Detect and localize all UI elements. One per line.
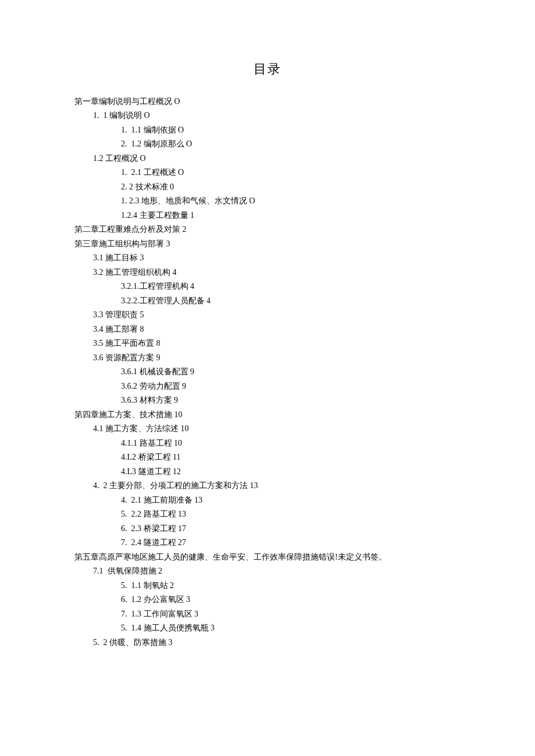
toc-entry: 3.5 施工平面布置 8 [74,336,461,351]
toc-entry: 1. 1 编制说明 O [74,109,461,123]
toc-entry: 5. 2.2 路基工程 13 [74,507,461,522]
toc-entry: 4.L2 桥梁工程 11 [74,450,461,465]
toc-entry: 1. 2.1 工程概述 O [74,166,461,180]
toc-title: 目录 [74,58,461,81]
toc-entry: 1. 1.1 编制依据 O [74,123,461,138]
toc-entry: 2. 2 技术标准 0 [74,180,461,195]
toc-entry: 4. 2.1 施工前期准备 13 [74,493,461,508]
toc-entry: 3.6.1 机械设备配置 9 [74,365,461,379]
toc-entry: 7. 1.3 工作间富氧区 3 [74,607,461,622]
toc-entry: 3.3 管理职责 5 [74,308,461,323]
toc-entry: 第五章高原严寒地区施工人员的健康、生命平安、工作效率保障措施错误!未定义书签。 [74,550,461,565]
toc-entry: 3.2.2.工程管理人员配备 4 [74,294,461,309]
toc-entry: 第一章编制说明与工程概况 O [74,95,461,109]
toc-entry: 4.1.1 路基工程 10 [74,436,461,451]
toc-entry: 5. 1.1 制氧站 2 [74,579,461,593]
toc-entry: 3.4 施工部署 8 [74,323,461,337]
toc-entry: 3.2 施工管理组织机构 4 [74,266,461,280]
toc-entry: 4. 2 主要分部、分项工程的施工方案和方法 13 [74,479,461,493]
toc-entry: 2. 1.2 编制原那么 O [74,137,461,152]
toc-list: 第一章编制说明与工程概况 O1. 1 编制说明 O1. 1.1 编制依据 O2.… [74,95,461,650]
toc-entry: 第四章施工方案、技术措施 10 [74,408,461,422]
toc-entry: 6. 2.3 桥梁工程 17 [74,522,461,536]
toc-entry: 4.L3 隧道工程 12 [74,465,461,479]
toc-entry: 5. 2 供暖、防寒措施 3 [74,636,461,650]
toc-entry: 1.2.4 主要工程数量 1 [74,209,461,223]
toc-entry: 5. 1.4 施工人员便携氧瓶 3 [74,621,461,636]
toc-entry: 第三章施工组织构与部署 3 [74,237,461,252]
toc-entry: 3.6 资源配置方案 9 [74,351,461,366]
toc-entry: 7.1 供氧保障措施 2 [74,564,461,579]
toc-entry: 4.1 施工方案、方法综述 10 [74,422,461,436]
toc-entry: 3.6.3 材料方案 9 [74,393,461,408]
toc-entry: 3.1 施工目标 3 [74,251,461,266]
toc-entry: 3.2.1.工程管理机构 4 [74,280,461,294]
toc-entry: 1.2 工程概况 O [74,152,461,166]
toc-entry: 6. 1.2 办公富氧区 3 [74,593,461,607]
toc-entry: 1. 2.3 地形、地质和气候、水文情况 O [74,194,461,209]
toc-entry: 7. 2.4 隧道工程 27 [74,536,461,550]
toc-entry: 第二章工程重难点分析及对策 2 [74,223,461,237]
toc-entry: 3.6.2 劳动力配置 9 [74,379,461,394]
